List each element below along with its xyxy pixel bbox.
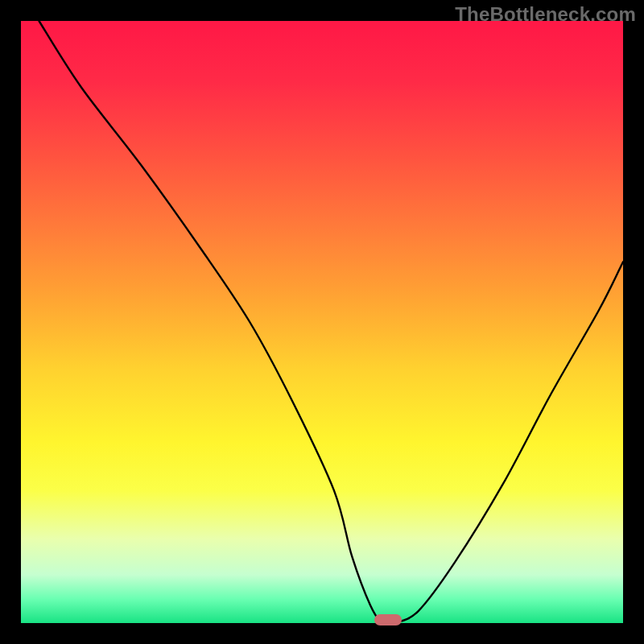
optimal-point-marker: [374, 614, 402, 625]
chart-plot-area: [21, 21, 623, 623]
bottleneck-curve: [21, 21, 623, 623]
watermark-text: TheBottleneck.com: [455, 3, 636, 26]
chart-frame: TheBottleneck.com: [0, 0, 644, 644]
